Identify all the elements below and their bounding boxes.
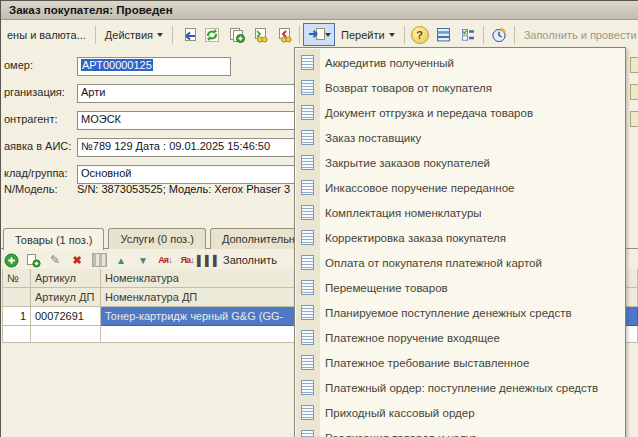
refresh-icon — [204, 27, 220, 43]
separator — [95, 26, 96, 44]
barcode-scan-button[interactable]: ▌▌▌ — [201, 252, 217, 268]
menu-item[interactable]: Реализация товаров и услуг — [297, 425, 623, 437]
menu-item[interactable]: Приходный кассовый ордер — [297, 400, 623, 425]
ais-request-field[interactable]: №789 129 Дата : 09.01.2025 15:46:50 — [77, 138, 299, 157]
background-field-button-fragment — [630, 84, 638, 100]
document-movements-button[interactable] — [456, 23, 480, 46]
tab-additional-label: Дополнительно — [222, 233, 301, 245]
warehouse-field[interactable]: Основной — [77, 165, 299, 184]
document-icon — [301, 130, 314, 145]
separator — [514, 26, 515, 44]
col-header-article-dp[interactable]: Артикул ДП — [31, 288, 101, 307]
help-button[interactable]: ? — [408, 23, 432, 46]
menu-item[interactable]: Инкассовое поручение переданное — [297, 175, 623, 200]
movements-icon — [460, 27, 476, 42]
document-icon — [301, 255, 314, 270]
help-icon: ? — [411, 26, 429, 44]
unpost-document-button[interactable] — [272, 23, 296, 46]
counterparty-field[interactable]: МОЭСК — [77, 111, 299, 130]
create-on-basis-icon — [308, 27, 325, 42]
number-label: омер: — [4, 59, 33, 71]
tab-bar: Товары (1 поз.) Услуги (0 поз.) Дополнит… — [3, 228, 313, 249]
tab-goods[interactable]: Товары (1 поз.) — [3, 228, 104, 250]
number-value: АРТ00000125 — [81, 59, 153, 71]
ais-request-value: №789 129 Дата : 09.01.2025 15:46:50 — [81, 140, 270, 152]
document-icon — [301, 230, 314, 245]
number-field[interactable]: АРТ00000125 — [77, 57, 231, 76]
sort-ascending-button[interactable]: Ая↓ — [157, 252, 173, 268]
document-icon — [301, 280, 314, 295]
prices-currency-button[interactable]: ены и валюта... — [1, 25, 92, 45]
menu-item[interactable]: Платежное поручение входящее — [297, 325, 623, 350]
goto-button[interactable]: Перейти — [335, 25, 401, 45]
tab-services-label: Услуги (0 поз.) — [120, 233, 193, 245]
menu-item[interactable]: Закрытие заказов покупателей — [297, 150, 623, 175]
col-header-num[interactable]: № — [2, 269, 31, 288]
tab-services[interactable]: Услуги (0 поз.) — [108, 228, 205, 249]
document-icon — [301, 430, 314, 437]
organization-label: рганизация: — [4, 86, 65, 98]
row-article-cell: 00072691 — [31, 307, 101, 326]
counterparty-value: МОЭСК — [81, 113, 121, 125]
timer-button[interactable] — [487, 23, 511, 46]
window-title: Заказ покупателя: Проведен — [9, 4, 173, 16]
window-titlebar: Заказ покупателя: Проведен — [1, 1, 638, 20]
chevron-down-icon — [389, 33, 395, 37]
sn-model-value: S/N: 3873053525; Модель: Xerox Phaser 3 — [77, 183, 290, 195]
col-header-article[interactable]: Артикул — [31, 269, 101, 288]
save-doc-icon — [180, 27, 197, 43]
actions-button[interactable]: Действия — [99, 25, 169, 45]
sort-za-icon: Яа — [181, 255, 190, 265]
create-on-basis-dropdown-button[interactable] — [303, 23, 335, 46]
fill-and-post-button[interactable]: Заполнить и провести — [518, 25, 638, 45]
sort-az-icon: Ая — [158, 255, 168, 265]
separator — [172, 26, 173, 44]
copy-row-button[interactable] — [25, 252, 41, 268]
menu-item[interactable]: Платежное требование выставленное — [297, 350, 623, 375]
chevron-down-icon — [157, 33, 163, 37]
menu-item[interactable]: Перемещение товаров — [297, 275, 623, 300]
menu-item[interactable]: Планируемое поступление денежных средств — [297, 300, 623, 325]
empty-cell — [31, 326, 101, 343]
actions-label: Действия — [105, 29, 153, 41]
refresh-button[interactable] — [200, 23, 224, 46]
edit-row-button[interactable]: ✎ — [47, 252, 63, 268]
menu-item[interactable]: Платежный ордер: поступление денежных ср… — [297, 375, 623, 400]
menu-item[interactable]: Возврат товаров от покупателя — [297, 75, 623, 100]
document-icon — [301, 180, 314, 195]
document-structure-button[interactable] — [432, 23, 456, 46]
menu-item[interactable]: Оплата от покупателя платежной картой — [297, 250, 623, 275]
table-fill-button[interactable]: Заполнить — [223, 254, 277, 266]
organization-value: Арти — [81, 86, 105, 98]
goto-label: Перейти — [341, 29, 385, 41]
table-toolbar: ✎ ✖ ▲ ▼ Ая↓ Яа↓ ▌▌▌ Заполнить — [3, 251, 277, 269]
document-icon — [301, 105, 314, 120]
save-document-button[interactable] — [176, 23, 200, 46]
separator — [299, 26, 300, 44]
document-icon — [301, 205, 314, 220]
col-header-empty — [2, 288, 31, 307]
ais-request-label: аявка в АИС: — [4, 140, 71, 152]
move-row-up-button[interactable]: ▲ — [113, 252, 129, 268]
move-row-down-button[interactable]: ▼ — [135, 252, 151, 268]
copy-document-button[interactable] — [224, 23, 248, 46]
menu-item[interactable]: Документ отгрузка и передача товаров — [297, 100, 623, 125]
menu-item[interactable]: Комплектация номенклатуры — [297, 200, 623, 225]
menu-item[interactable]: Аккредитив полученный — [297, 50, 623, 75]
sort-descending-button[interactable]: Яа↓ — [179, 252, 195, 268]
fill-and-post-label: Заполнить и провести — [524, 29, 637, 41]
menu-item[interactable]: Корректировка заказа покупателя — [297, 225, 623, 250]
arrow-up-icon: ▲ — [116, 255, 126, 266]
tab-goods-label: Товары (1 поз.) — [15, 234, 92, 246]
add-row-button[interactable] — [3, 252, 19, 268]
document-icon — [301, 380, 314, 395]
menu-item[interactable]: Заказ поставщику — [297, 125, 623, 150]
post-document-button[interactable] — [248, 23, 272, 46]
prices-currency-label: ены и валюта... — [7, 29, 86, 41]
organization-field[interactable]: Арти — [77, 84, 299, 103]
delete-row-button[interactable]: ✖ — [69, 252, 85, 268]
chevron-down-icon — [325, 33, 331, 37]
counterparty-label: онтрагент: — [4, 113, 58, 125]
document-icon — [301, 155, 314, 170]
grid-icon — [92, 253, 107, 267]
